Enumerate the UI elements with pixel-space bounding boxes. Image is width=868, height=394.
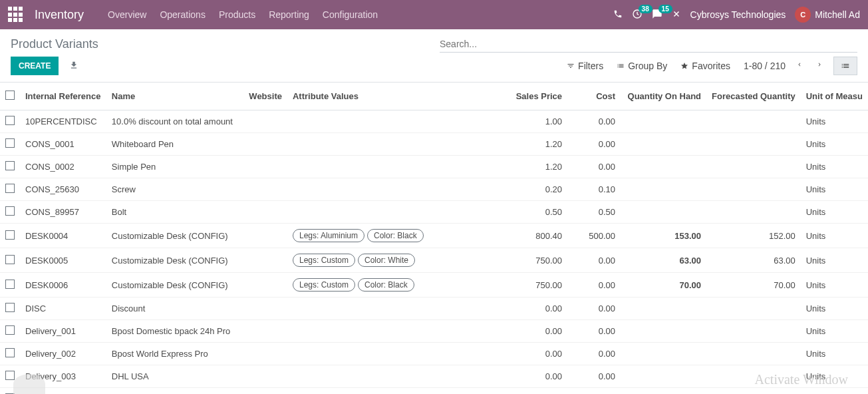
cell-sales: 1.20 — [508, 156, 567, 178]
cell-attrs — [287, 388, 508, 395]
select-all-checkbox[interactable] — [5, 91, 15, 100]
activity-badge: 38 — [639, 5, 652, 13]
row-checkbox[interactable] — [5, 348, 15, 357]
cell-uom: Units — [801, 297, 868, 320]
cell-uom: Units — [801, 201, 868, 224]
cell-sales: 1.00 — [508, 110, 567, 133]
row-checkbox[interactable] — [5, 161, 15, 170]
search-input[interactable] — [440, 36, 857, 52]
row-checkbox[interactable] — [5, 116, 15, 125]
cell-website — [243, 365, 287, 388]
cell-forecast: 152.00 — [706, 224, 801, 248]
company-name[interactable]: Cybrosys Technologies — [690, 9, 786, 20]
menu-configuration[interactable]: Configuration — [323, 9, 378, 20]
row-checkbox[interactable] — [5, 303, 15, 312]
search-box[interactable] — [440, 36, 857, 53]
cell-name: Customizable Desk (CONFIG) — [106, 273, 244, 297]
chat-icon[interactable]: 15 — [652, 9, 662, 21]
app-title[interactable]: Inventory — [35, 8, 84, 22]
pager-prev[interactable] — [792, 57, 807, 75]
navbar: Inventory Overview Operations Products R… — [0, 0, 868, 29]
row-checkbox[interactable] — [5, 206, 15, 216]
cell-cost: 0.00 — [567, 343, 621, 365]
row-checkbox[interactable] — [5, 138, 15, 148]
cell-cost: 0.50 — [567, 201, 621, 224]
cell-forecast — [706, 388, 801, 395]
row-checkbox[interactable] — [5, 184, 15, 193]
table-row[interactable]: CONS_0002Simple Pen1.200.00Units — [0, 156, 868, 178]
attr-tag: Color: Black — [358, 278, 414, 292]
list-view-icon — [841, 61, 850, 71]
row-checkbox[interactable] — [5, 230, 15, 240]
row-checkbox[interactable] — [5, 280, 15, 289]
create-button[interactable]: CREATE — [11, 57, 59, 75]
col-qoh[interactable]: Quantity On Hand — [621, 83, 706, 110]
groupby-button[interactable]: Group By — [617, 61, 667, 71]
user-menu[interactable]: C Mitchell Ad — [795, 7, 860, 23]
col-sales[interactable]: Sales Price — [508, 83, 567, 110]
table-row[interactable]: CONS_89957Bolt0.500.50Units — [0, 201, 868, 224]
row-checkbox[interactable] — [5, 371, 15, 380]
table-row[interactable]: DESK0005Customizable Desk (CONFIG)Legs: … — [0, 248, 868, 273]
pager-next[interactable] — [812, 57, 827, 75]
activity-icon[interactable]: 38 — [632, 9, 643, 21]
cell-uom: Units — [801, 178, 868, 201]
table-row[interactable]: Delivery_003DHL USA0.000.00Units — [0, 365, 868, 388]
cell-qoh — [621, 365, 706, 388]
chat-badge: 15 — [658, 5, 672, 13]
cell-name: 10.0% discount on total amount — [106, 110, 244, 133]
close-icon[interactable] — [672, 9, 681, 21]
filters-button[interactable]: Filters — [567, 61, 603, 71]
cell-cost: 500.00 — [567, 224, 621, 248]
col-ref[interactable]: Internal Reference — [20, 83, 106, 110]
list-view-button[interactable] — [833, 57, 857, 75]
pager-text[interactable]: 1-80 / 210 — [744, 61, 786, 71]
col-website[interactable]: Website — [243, 83, 287, 110]
table-row[interactable]: CONS_25630Screw0.200.10Units — [0, 178, 868, 201]
table-row[interactable]: DESK0006Customizable Desk (CONFIG)Legs: … — [0, 273, 868, 297]
cell-uom: Units — [801, 388, 868, 395]
menu-overview[interactable]: Overview — [108, 9, 146, 20]
col-attrs[interactable]: Attribute Values — [287, 83, 508, 110]
cell-ref: CONS_89957 — [20, 201, 106, 224]
avatar: C — [795, 7, 811, 23]
menu-operations[interactable]: Operations — [160, 9, 205, 20]
cell-qoh — [621, 201, 706, 224]
cell-name: Screw — [106, 178, 244, 201]
table-row[interactable]: CONS_0001Whiteboard Pen1.200.00Units — [0, 133, 868, 156]
col-uom[interactable]: Unit of Measu — [801, 83, 868, 110]
col-forecast[interactable]: Forecasted Quantity — [706, 83, 801, 110]
cell-cost: 0.00 — [567, 320, 621, 343]
cell-qoh: 70.00 — [621, 273, 706, 297]
menu-products[interactable]: Products — [219, 9, 255, 20]
favorites-button[interactable]: Favorites — [680, 61, 730, 71]
col-name[interactable]: Name — [106, 83, 244, 110]
row-checkbox[interactable] — [5, 255, 15, 264]
apps-icon[interactable] — [8, 7, 24, 23]
phone-icon[interactable] — [613, 9, 623, 21]
cell-uom: Units — [801, 273, 868, 297]
table-row[interactable]: Delivery_002Bpost World Express Pro0.000… — [0, 343, 868, 365]
import-icon[interactable] — [69, 61, 78, 72]
control-panel: Product Variants CREATE Filters Group By… — [0, 29, 868, 83]
col-cost[interactable]: Cost — [567, 83, 621, 110]
table-row[interactable]: DESK0004Customizable Desk (CONFIG)Legs: … — [0, 224, 868, 248]
cell-ref: DESK0004 — [20, 224, 106, 248]
row-checkbox[interactable] — [5, 325, 15, 335]
cell-qoh — [621, 110, 706, 133]
cell-name: Customizable Desk (CONFIG) — [106, 248, 244, 273]
cell-website — [243, 297, 287, 320]
table-row[interactable]: 10PERCENTDISC10.0% discount on total amo… — [0, 110, 868, 133]
cell-name: Discount — [106, 297, 244, 320]
table-row[interactable]: ry_004DHL USA -> International0.000.00Un… — [0, 388, 868, 395]
cell-forecast — [706, 156, 801, 178]
menu-reporting[interactable]: Reporting — [269, 9, 309, 20]
cell-name: Bpost World Express Pro — [106, 343, 244, 365]
cell-sales: 0.00 — [508, 343, 567, 365]
filter-icon — [567, 62, 575, 70]
chat-panel-icon[interactable] — [13, 374, 45, 394]
table-row[interactable]: DISCDiscount0.000.00Units — [0, 297, 868, 320]
cell-attrs: Legs: CustomColor: White — [287, 248, 508, 273]
table-row[interactable]: Delivery_001Bpost Domestic bpack 24h Pro… — [0, 320, 868, 343]
cell-forecast: 70.00 — [706, 273, 801, 297]
